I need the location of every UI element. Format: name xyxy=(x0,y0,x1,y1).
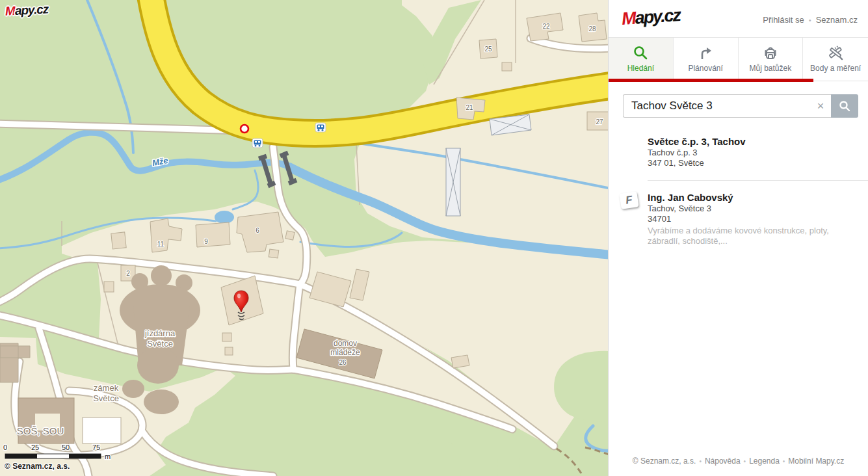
svg-text:25: 25 xyxy=(484,46,492,53)
search-icon xyxy=(632,44,649,62)
sidebar-footer: © Seznam.cz, a.s.•Nápověda•Legenda•Mobil… xyxy=(609,456,868,466)
tab-label: Hledání xyxy=(627,64,654,73)
svg-text:28: 28 xyxy=(588,25,596,33)
tab-label: Plánování xyxy=(688,64,722,73)
svg-text:50: 50 xyxy=(62,443,70,451)
tab-body-a-mereni[interactable]: Body a měření xyxy=(803,38,868,79)
separator-dot: • xyxy=(699,458,702,465)
svg-text:21: 21 xyxy=(466,104,473,111)
result-company[interactable]: F Ing. Jan Cabovský Tachov, Světce 3 347… xyxy=(609,186,868,253)
map-canvas[interactable]: 2 6 9 11 21 22 25 26 27 28 Mže jízdárna … xyxy=(0,0,608,476)
result-line: 347 01, Světce xyxy=(648,158,855,168)
tab-hledani[interactable]: Hledání xyxy=(609,38,674,79)
search-area: × xyxy=(623,94,858,118)
svg-text:Světce: Světce xyxy=(147,339,173,349)
route-icon xyxy=(697,44,714,62)
svg-text:6: 6 xyxy=(256,227,259,234)
sidebar-header: Mapy.cz Přihlásit se•Seznam.cz xyxy=(609,0,868,38)
help-link[interactable]: Nápověda xyxy=(705,456,741,466)
svg-text:11: 11 xyxy=(157,241,164,248)
login-link[interactable]: Přihlásit se xyxy=(763,15,804,25)
svg-text:m: m xyxy=(105,453,111,460)
svg-text:zámek: zámek xyxy=(94,383,119,393)
result-description: Vyrábíme a dodáváme kovové konstrukce, p… xyxy=(648,226,862,246)
result-line: Tachov, Světce 3 xyxy=(648,204,855,214)
svg-text:0: 0 xyxy=(3,443,7,451)
result-title: Ing. Jan Cabovský xyxy=(648,191,855,204)
result-divider xyxy=(648,180,868,181)
map-watermark-logo[interactable]: Mapy.cz xyxy=(5,2,48,18)
result-title: Světce č.p. 3, Tachov xyxy=(648,135,855,148)
mapy-cz-app: 2 6 9 11 21 22 25 26 27 28 Mže jízdárna … xyxy=(0,0,868,476)
svg-text:22: 22 xyxy=(542,23,550,30)
seznam-link[interactable]: Seznam.cz xyxy=(816,15,858,25)
clear-search-icon[interactable]: × xyxy=(813,99,828,113)
search-input[interactable] xyxy=(623,94,831,118)
tab-bar: Hledání Plánování xyxy=(609,38,868,79)
search-button[interactable] xyxy=(831,94,858,118)
search-button-icon xyxy=(838,99,851,112)
tab-muj-batuzek[interactable]: Můj batůžek xyxy=(739,38,804,79)
separator-dot: • xyxy=(783,458,785,465)
svg-text:26: 26 xyxy=(339,359,347,366)
header-links: Přihlásit se•Seznam.cz xyxy=(763,15,858,25)
backpack-icon xyxy=(762,44,779,62)
tab-label: Můj batůžek xyxy=(750,64,792,73)
svg-text:9: 9 xyxy=(204,238,208,245)
search-results: Světce č.p. 3, Tachov Tachov č.p. 3 347 … xyxy=(609,130,868,253)
stop-ring-marker[interactable] xyxy=(241,125,248,133)
svg-text:27: 27 xyxy=(596,118,603,126)
svg-text:2: 2 xyxy=(126,270,130,277)
sidebar: Mapy.cz Přihlásit se•Seznam.cz Hledání xyxy=(608,0,868,476)
result-line: 34701 xyxy=(648,214,855,224)
svg-text:25: 25 xyxy=(31,443,39,451)
map-copyright: © Seznam.cz, a.s. xyxy=(5,462,70,471)
svg-text:jízdárna: jízdárna xyxy=(144,328,176,338)
bus-stop-icon[interactable] xyxy=(252,139,263,148)
result-address[interactable]: Světce č.p. 3, Tachov Tachov č.p. 3 347 … xyxy=(609,130,868,175)
tab-label: Body a měření xyxy=(810,64,861,73)
mobile-link[interactable]: Mobilní Mapy.cz xyxy=(788,456,844,466)
result-line: Tachov č.p. 3 xyxy=(648,148,855,158)
footer-copyright: © Seznam.cz, a.s. xyxy=(633,456,696,466)
svg-text:domov: domov xyxy=(334,339,357,348)
mapy-logo[interactable]: Mapy.cz xyxy=(621,5,681,29)
svg-text:Světce: Světce xyxy=(93,393,119,403)
measure-tools-icon xyxy=(827,44,844,62)
separator-dot: • xyxy=(809,16,811,24)
svg-text:mládeže: mládeže xyxy=(330,348,360,357)
tab-planovani[interactable]: Plánování xyxy=(674,38,739,79)
white-building xyxy=(83,417,121,443)
tab-bar-divider xyxy=(813,81,868,81)
legend-link[interactable]: Legenda xyxy=(749,456,780,466)
firmy-icon: F xyxy=(619,191,638,209)
bus-stop-icon[interactable] xyxy=(315,123,326,132)
active-tab-underline xyxy=(609,79,813,82)
separator-dot: • xyxy=(744,458,746,465)
svg-text:75: 75 xyxy=(92,443,100,451)
school-label: SOŠ, SOU xyxy=(17,425,64,436)
